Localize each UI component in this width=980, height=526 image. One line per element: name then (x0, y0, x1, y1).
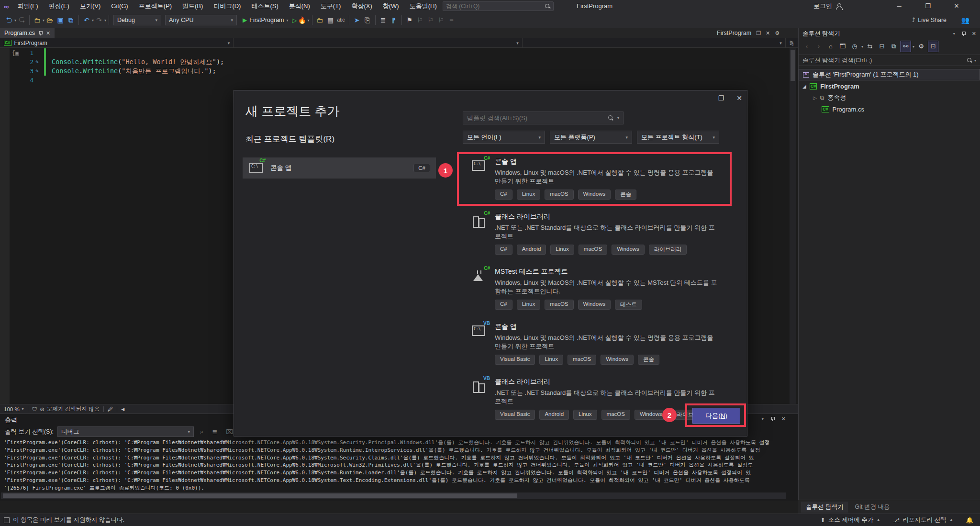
panel-pin-icon[interactable] (961, 32, 966, 36)
output-close-icon[interactable]: ✕ (781, 416, 786, 422)
template-item[interactable]: C#클래스 라이브러리.NET 또는 .NET Standard를 대상으로 하… (467, 208, 733, 259)
toolbar-overflow-icon[interactable]: ═ (446, 13, 457, 27)
navigate-cursor-icon[interactable]: ➤ (352, 13, 362, 27)
collaborators-icon[interactable]: 👥 (961, 12, 969, 28)
split-window-icon[interactable]: ⧎ (786, 38, 798, 47)
add-source-control-button[interactable]: ⬆ 소스 제어에 추가 ▲ (820, 516, 880, 524)
code-line[interactable]: 1 (0, 48, 789, 57)
platform-filter-combo[interactable]: 모든 플랫폼(P)▾ (550, 131, 632, 144)
template-search-dropdown[interactable]: ▾ (617, 116, 619, 120)
tree-item-solution[interactable]: 솔루션 'FirstProgram' (1 프로젝트의 1) (799, 69, 980, 80)
panel-close-icon[interactable]: ✕ (972, 31, 976, 37)
recent-template-console-app[interactable]: C# 콘솔 앱 C# (243, 157, 436, 179)
menu-item[interactable]: 도움말(H) (404, 2, 442, 10)
dialog-close-icon[interactable]: ✕ (736, 94, 742, 102)
save-icon[interactable]: ▣ (55, 13, 66, 27)
se-copy-path-icon[interactable]: ⧉ (889, 41, 899, 52)
output-pin-icon[interactable] (770, 417, 775, 421)
sign-in-button[interactable]: 로그인 (813, 0, 842, 12)
float-icon[interactable]: ❐ (756, 30, 761, 36)
live-share-button[interactable]: ⤴ Live Share (912, 12, 947, 28)
navigate-forward-icon[interactable]: ⮎ (16, 13, 27, 27)
menu-item[interactable]: 파일(F) (12, 2, 44, 10)
template-item[interactable]: C#콘솔 앱Windows, Linux 및 macOS의 .NET에서 실행할… (467, 153, 733, 204)
se-home-icon[interactable]: ⌂ (825, 41, 836, 52)
quick-action-pen-icon[interactable]: ✎ (35, 59, 39, 65)
menu-item[interactable]: 창(W) (378, 2, 404, 10)
preview-changes-icon[interactable]: ▤ (325, 13, 336, 27)
code-line[interactable]: 3✎Console.WriteLine("처음만든 프로그램입니다."); (0, 67, 789, 76)
tab-settings-gear-icon[interactable]: ⚙ (775, 30, 780, 36)
bookmark-icon[interactable]: ⚑ (404, 13, 415, 27)
se-sync-active-document-icon[interactable]: ⚯ (901, 41, 911, 52)
menu-item[interactable]: 빌드(B) (177, 2, 208, 10)
sync-document-icon[interactable]: ⎘ (362, 13, 373, 27)
project-dropdown[interactable]: C# FirstProgram ▾ (0, 38, 234, 47)
se-sync-icon[interactable]: ⇆ (865, 41, 875, 52)
collapsed-caret-icon[interactable]: ▷ (813, 95, 817, 101)
new-project-icon[interactable]: 🗀 (32, 13, 43, 27)
tab-close-icon[interactable]: ✕ (46, 30, 50, 36)
goto-message-icon[interactable]: ≣ (210, 428, 220, 436)
code-health-indicator[interactable]: 🛡 ⊘ 문제가 검색되지 않음 (28, 404, 103, 414)
tree-item-project[interactable]: ◢ C# FirstProgram (799, 80, 980, 92)
menu-item[interactable]: 프로젝트(P) (134, 2, 177, 10)
menu-item[interactable]: 편집(E) (44, 2, 75, 10)
se-pending-dropdown[interactable]: ▾ (861, 45, 863, 49)
open-file-icon[interactable]: 🗁 (45, 13, 55, 27)
menu-item[interactable]: 분석(N) (284, 2, 315, 10)
type-dropdown[interactable]: ▾ (234, 38, 523, 47)
se-switch-views-icon[interactable]: 🗔 (837, 41, 848, 52)
solution-configuration-combo[interactable]: Debug▾ (113, 15, 161, 25)
tree-item-dependencies[interactable]: ▷ ⧉ 종속성 (799, 92, 980, 103)
indent-icon[interactable]: ≣ (378, 13, 389, 27)
template-item[interactable]: VB콘솔 앱Windows, Linux 및 macOS의 .NET에서 실행할… (467, 318, 733, 369)
solution-explorer-header[interactable]: 솔루션 탐색기 ▾ ✕ (799, 28, 980, 39)
next-button[interactable]: 다음(N) (692, 408, 740, 424)
member-dropdown[interactable]: ▾ (523, 38, 786, 47)
notifications-bell-icon[interactable]: 🔔 (966, 516, 973, 524)
language-filter-combo[interactable]: 모든 언어(L)▾ (463, 131, 545, 144)
output-view-combo[interactable]: 디버그▾ (57, 426, 194, 437)
breakpoint-margin[interactable] (0, 48, 10, 404)
se-collapse-all-icon[interactable]: ⊟ (877, 41, 887, 52)
run-target-dropdown[interactable]: ▾ (287, 18, 289, 22)
quick-action-pen-icon[interactable]: ✎ (35, 68, 39, 74)
spell-check-icon[interactable]: abc (336, 13, 346, 27)
panel-dropdown-icon[interactable]: ▾ (953, 32, 955, 36)
code-cleanup-icon[interactable]: 🖉 (104, 404, 117, 414)
se-back-icon[interactable]: ‹ (802, 41, 812, 52)
code-line[interactable]: 2✎Console.WriteLine("Hello, World! 안녕하세요… (0, 57, 789, 67)
close-button[interactable]: ✕ (946, 0, 968, 12)
menu-item[interactable]: Git(G) (106, 2, 133, 10)
minimize-button[interactable]: ─ (888, 0, 910, 12)
format-document-icon[interactable]: ⁋ (389, 13, 399, 27)
menu-item[interactable]: 디버그(D) (208, 2, 246, 10)
find-message-icon[interactable]: ⌕ (198, 428, 206, 436)
output-horizontal-scrollbar[interactable] (1, 492, 786, 499)
menu-item[interactable]: 도구(T) (315, 2, 346, 10)
tab-git-changes[interactable]: Git 변경 내용 (850, 502, 894, 513)
se-pending-changes-icon[interactable]: ◷ (849, 41, 860, 52)
zoom-level-dropdown[interactable]: 100 %▾ (0, 404, 28, 414)
find-in-files-icon[interactable]: 🗀 (315, 13, 325, 27)
code-line[interactable]: 4 (0, 76, 789, 85)
output-dropdown-icon[interactable]: ▾ (762, 417, 764, 421)
collapse-panel-icon[interactable]: ◀ (117, 404, 128, 414)
redo-icon[interactable]: ↷ (94, 13, 104, 27)
group-close-icon[interactable]: ✕ (766, 30, 770, 36)
start-without-debugging-icon[interactable]: ▷ (292, 17, 297, 24)
se-sync-dropdown[interactable]: ▾ (913, 45, 914, 49)
template-item[interactable]: C#MSTest 테스트 프로젝트Windows, Linux 및 MacOS의… (467, 263, 733, 314)
hot-reload-dropdown[interactable]: ▾ (308, 18, 310, 22)
prev-bookmark-icon[interactable]: ⚐ (415, 13, 425, 27)
pin-icon[interactable] (38, 31, 43, 35)
undo-icon[interactable]: ↶ (81, 13, 92, 27)
template-search-input[interactable] (467, 114, 605, 122)
save-all-icon[interactable]: ⧉ (66, 13, 76, 27)
dialog-maximize-icon[interactable]: ❐ (718, 94, 724, 102)
se-properties-wrench-icon[interactable]: ⚙ (916, 41, 926, 52)
solution-explorer-search[interactable]: 솔루션 탐색기 검색(Ctrl+;) ▾ (799, 55, 980, 66)
clear-bookmarks-icon[interactable]: ⚐ (436, 13, 446, 27)
editor-vertical-scrollbar[interactable] (790, 48, 796, 404)
